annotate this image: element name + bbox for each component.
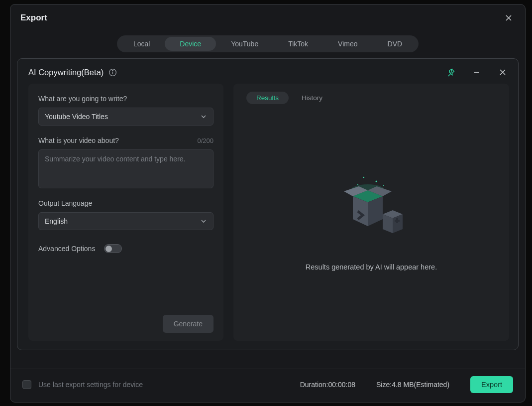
- tab-vimeo[interactable]: Vimeo: [323, 37, 372, 51]
- export-header: Export: [10, 4, 525, 28]
- use-last-settings-checkbox[interactable]: [22, 380, 31, 389]
- what-label: What are you going to write?: [38, 95, 213, 103]
- pin-icon: [446, 68, 455, 77]
- duration-value: 00:00:08: [328, 381, 356, 389]
- write-type-select[interactable]: Youtube Video Titles: [38, 108, 213, 126]
- empty-box-illustration: [329, 166, 414, 251]
- close-ai-button[interactable]: [496, 66, 509, 79]
- svg-point-8: [357, 184, 358, 185]
- ai-header: AI Copywriting(Beta): [17, 59, 518, 84]
- svg-point-5: [376, 180, 377, 182]
- about-textarea[interactable]: [38, 149, 213, 188]
- size-label: Size:: [376, 381, 392, 389]
- advanced-toggle[interactable]: [104, 244, 122, 253]
- tab-dvd[interactable]: DVD: [373, 37, 418, 51]
- chevron-down-icon: [200, 113, 207, 120]
- ai-title-row: AI Copywriting(Beta): [28, 68, 117, 77]
- tab-history[interactable]: History: [300, 92, 324, 104]
- ai-title-text: AI Copywriting(Beta): [28, 68, 104, 77]
- export-footer: Use last export settings for device Dura…: [10, 369, 525, 402]
- svg-point-2: [112, 70, 113, 71]
- ai-results-panel: Results History: [233, 84, 509, 341]
- language-select[interactable]: English: [38, 212, 213, 230]
- tab-device[interactable]: Device: [165, 37, 216, 51]
- export-title: Export: [20, 13, 47, 23]
- open-box-icon: [329, 166, 414, 251]
- svg-point-7: [383, 185, 384, 186]
- minimize-button[interactable]: [470, 66, 483, 79]
- export-modal: Export Local Device YouTube TikTok Vimeo…: [10, 4, 526, 403]
- advanced-options-row: Advanced Options: [38, 244, 213, 253]
- advanced-label: Advanced Options: [38, 245, 95, 253]
- results-tabs: Results History: [243, 92, 499, 104]
- pin-button[interactable]: [444, 66, 457, 79]
- size-value: 4.8 MB(Estimated): [392, 381, 449, 389]
- results-empty-state: Results generated by AI will appear here…: [243, 104, 499, 333]
- info-icon[interactable]: [108, 68, 117, 77]
- ai-body: What are you going to write? Youtube Vid…: [17, 84, 518, 350]
- duration-label: Duration:: [300, 381, 328, 389]
- ai-header-actions: [444, 66, 509, 79]
- chevron-down-icon: [200, 218, 207, 225]
- export-tabs: Local Device YouTube TikTok Vimeo DVD: [10, 28, 525, 56]
- close-icon: [499, 68, 507, 76]
- size-stat: Size:4.8 MB(Estimated): [376, 381, 449, 389]
- close-icon: [505, 14, 513, 22]
- duration-stat: Duration:00:00:08: [300, 381, 355, 389]
- tab-local[interactable]: Local: [118, 37, 165, 51]
- generate-button[interactable]: Generate: [163, 315, 213, 333]
- export-tabs-pill: Local Device YouTube TikTok Vimeo DVD: [117, 35, 419, 52]
- about-label-row: What is your video about? 0/200: [38, 136, 213, 149]
- export-button[interactable]: Export: [470, 376, 513, 393]
- language-value: English: [45, 217, 68, 225]
- about-label: What is your video about?: [38, 136, 119, 144]
- about-counter: 0/200: [197, 137, 213, 144]
- ai-copywriting-panel: AI Copywriting(Beta) What are you going …: [17, 58, 519, 350]
- minimize-icon: [473, 68, 481, 76]
- lang-label: Output Language: [38, 199, 213, 207]
- close-export-button[interactable]: [502, 11, 515, 24]
- tab-tiktok[interactable]: TikTok: [273, 37, 323, 51]
- results-empty-text: Results generated by AI will appear here…: [306, 263, 437, 271]
- write-type-value: Youtube Video Titles: [45, 113, 108, 121]
- use-last-settings-label: Use last export settings for device: [38, 381, 143, 389]
- svg-point-6: [363, 176, 364, 177]
- ai-form: What are you going to write? Youtube Vid…: [28, 84, 223, 341]
- tab-results[interactable]: Results: [246, 92, 289, 104]
- tab-youtube[interactable]: YouTube: [216, 37, 273, 51]
